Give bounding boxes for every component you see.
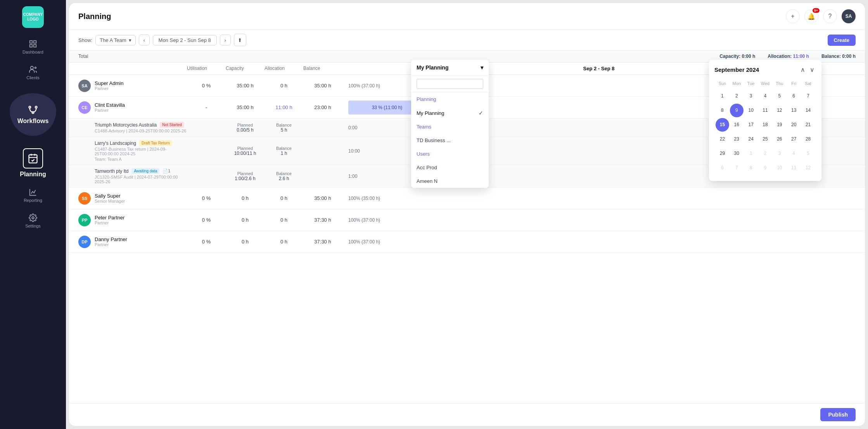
notifications-button[interactable]: 🔔 9+ xyxy=(804,9,818,23)
balance-value: 23:00 h xyxy=(303,104,342,110)
job-name: Larry's Landscaping xyxy=(95,141,136,146)
create-button[interactable]: Create xyxy=(828,35,856,46)
planning-table: Total Capacity: 0:00 h Allocation: 11:00… xyxy=(69,50,865,403)
balance-summary: Balance: 0:00 h xyxy=(821,54,856,59)
date-range-text: Mon Sep 2 - Sun Sep 8 xyxy=(159,37,211,43)
show-section: Show: The A Team ▾ ‹ Mon Sep 2 - Sun Sep… xyxy=(78,34,246,46)
svg-rect-2 xyxy=(30,45,32,47)
company-logo[interactable]: COMPANY LOGO xyxy=(22,6,44,28)
person-role: Partner xyxy=(95,86,123,91)
avatar-sally: SS xyxy=(78,192,91,205)
date-range-selector[interactable]: Mon Sep 2 - Sun Sep 8 xyxy=(153,35,217,45)
table-row-sally: SS Sally Super Senior Manager 0 % 0 h 0 … xyxy=(69,188,865,209)
job-allocation: Balance 2.6 h xyxy=(265,171,303,181)
person-cell-super-admin: SA Super Admin Partner xyxy=(78,76,187,95)
sidebar-item-settings[interactable]: Settings xyxy=(0,210,66,232)
main-content: Planning + 🔔 9+ ? SA Show: The A Team ▾ xyxy=(69,3,865,426)
balance-value: 37:30 h xyxy=(303,239,342,245)
notification-badge: 9+ xyxy=(813,8,820,13)
capacity-value: 35:00 h xyxy=(226,83,265,89)
job-detail: C1487-Business Tax return | 2024-09-25T0… xyxy=(95,147,187,156)
job-detail: JC1320-SMSF Audit | 2024-07-29T00:00:00 … xyxy=(95,175,187,184)
job-status-tag: Draft Tax Return xyxy=(139,140,172,146)
job-capacity: Planned 1:00/2.6 h xyxy=(226,171,265,181)
job-row-tamworth: Tamworth pty ltd Awaiting data 📄1 JC1320… xyxy=(69,165,865,188)
allocation-bar: 33 % (11:00 h) xyxy=(348,101,426,115)
job-row-triumph: Triumph Motorcycles Australia Not Starte… xyxy=(69,118,865,137)
chevron-down-icon: ▾ xyxy=(129,37,131,43)
person-role: Senior Manager xyxy=(95,199,125,203)
job-allocation: Balance 1 h xyxy=(265,146,303,156)
person-info: Super Admin Partner xyxy=(95,80,123,91)
sidebar-item-reporting[interactable]: Reporting xyxy=(0,184,66,207)
help-button[interactable]: ? xyxy=(823,9,837,23)
job-capacity: Planned 10:00/11 h xyxy=(226,146,265,156)
job-team: Team: Team A xyxy=(95,157,187,162)
capacity-value: 0 h xyxy=(226,195,265,201)
chevron-right-icon: › xyxy=(225,37,226,43)
balance-value: 35:00 h xyxy=(303,83,342,89)
capacity-value: 0 h xyxy=(226,239,265,245)
job-status-tag: Not Started xyxy=(160,122,184,128)
allocation-value: 0 h xyxy=(265,239,303,245)
next-week-button[interactable]: › xyxy=(220,35,231,45)
col-balance: Balance xyxy=(303,66,342,71)
utilisation-value: 0 % xyxy=(187,195,226,201)
col-name xyxy=(78,66,187,71)
publish-button[interactable]: Publish xyxy=(820,408,856,421)
sidebar-item-dashboard[interactable]: Dashboard xyxy=(0,36,66,58)
person-name: Danny Partner xyxy=(95,236,127,242)
job-capacity: Planned 0.00/5 h xyxy=(226,123,265,133)
utilisation-value: 0 % xyxy=(187,83,226,89)
capacity-value: 0 h xyxy=(226,217,265,223)
allocation-summary: Allocation: 11:00 h xyxy=(768,54,809,59)
svg-point-6 xyxy=(29,106,31,108)
date-navigation: ‹ Mon Sep 2 - Sun Sep 8 › xyxy=(139,35,231,45)
bell-icon: 🔔 xyxy=(807,13,815,20)
summary-bar: Total Capacity: 0:00 h Allocation: 11:00… xyxy=(69,50,865,63)
share-button[interactable]: ⬆ xyxy=(234,34,246,46)
sidebar-nav: Dashboard Clients Workflows Planning Rep… xyxy=(0,36,66,232)
sidebar-clients-label: Clients xyxy=(26,75,40,80)
prev-week-button[interactable]: ‹ xyxy=(139,35,150,45)
utilisation-value: 0 % xyxy=(187,239,226,245)
job-bar: 10:00 xyxy=(342,148,856,154)
team-selector[interactable]: The A Team ▾ xyxy=(95,35,135,45)
allocation-value: 0 h xyxy=(265,83,303,89)
balance-value: 37:30 h xyxy=(303,217,342,223)
svg-point-5 xyxy=(35,67,36,69)
sidebar-item-workflows[interactable]: Workflows xyxy=(10,93,56,136)
person-cell-peter: PP Peter Partner Partner xyxy=(78,211,187,229)
sidebar-item-planning[interactable]: Planning xyxy=(20,148,46,178)
topbar: Planning + 🔔 9+ ? SA xyxy=(69,3,865,30)
avatar-peter: PP xyxy=(78,214,91,226)
table-row-danny: DP Danny Partner Partner 0 % 0 h 0 h 37:… xyxy=(69,231,865,253)
job-detail: C1488-Advisory | 2024-09-25T00:00:00 202… xyxy=(95,129,187,133)
avatar-clint: CE xyxy=(78,101,91,114)
show-label: Show: xyxy=(78,37,92,43)
person-cell-danny: DP Danny Partner Partner xyxy=(78,233,187,251)
job-allocation: Balance 5 h xyxy=(265,123,303,133)
job-info: Larry's Landscaping Draft Tax Return C14… xyxy=(78,137,187,165)
utilisation-value: 0 % xyxy=(187,217,226,223)
person-info: Sally Super Senior Manager xyxy=(95,193,125,203)
svg-rect-9 xyxy=(29,155,37,163)
question-icon: ? xyxy=(828,13,832,20)
person-info: Danny Partner Partner xyxy=(95,236,127,247)
person-role: Partner xyxy=(95,221,124,225)
sidebar-item-clients[interactable]: Clients xyxy=(0,61,66,84)
add-button[interactable]: + xyxy=(786,9,800,23)
balance-value: 35:00 h xyxy=(303,195,342,201)
job-name: Tamworth pty ltd xyxy=(95,168,128,174)
bar-cell: 100% (35:00 h) xyxy=(342,196,856,201)
col-capacity: Capacity xyxy=(226,66,265,71)
date-range-header: Sep 2 - Sep 8 xyxy=(342,66,856,71)
job-bar: 0:00 xyxy=(342,125,856,130)
col-utilisation: Utilisation xyxy=(187,66,226,71)
svg-point-4 xyxy=(31,66,33,69)
page-title: Planning xyxy=(78,12,111,21)
user-avatar[interactable]: SA xyxy=(842,9,856,23)
utilisation-value: - xyxy=(187,104,226,110)
allocation-value: 11:00 h xyxy=(265,104,303,110)
capacity-value: 35:00 h xyxy=(226,104,265,110)
